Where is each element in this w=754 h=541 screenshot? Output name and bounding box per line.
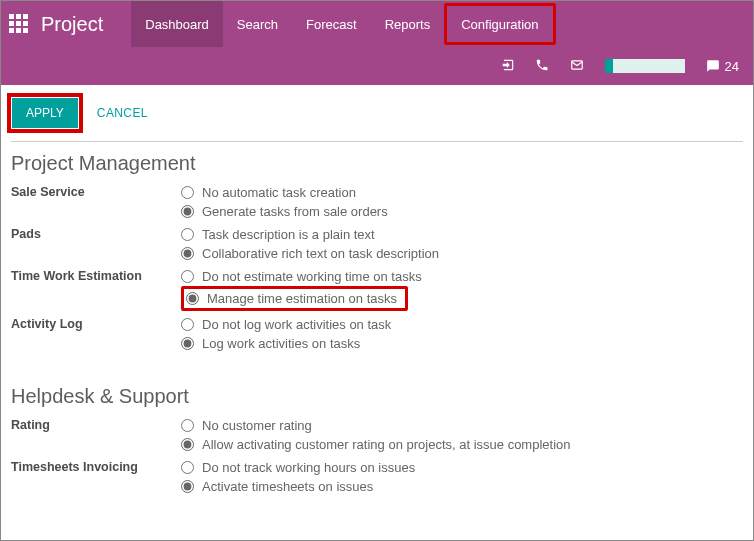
systray: 24 [1, 47, 753, 85]
field-options: Do not track working hours on issuesActi… [181, 458, 743, 496]
radio-input[interactable] [181, 461, 194, 474]
radio-option[interactable]: No automatic task creation [181, 183, 743, 202]
radio-option[interactable]: Task description is a plain text [181, 225, 743, 244]
setting-field: Timesheets InvoicingDo not track working… [11, 458, 743, 496]
radio-input[interactable] [181, 318, 194, 331]
action-bar: APPLY CANCEL [1, 85, 753, 141]
settings-section: Project ManagementSale ServiceNo automat… [1, 148, 753, 381]
setting-field: Sale ServiceNo automatic task creationGe… [11, 183, 743, 221]
radio-label: Allow activating customer rating on proj… [202, 437, 571, 452]
radio-option[interactable]: Manage time estimation on tasks [181, 286, 408, 311]
radio-input[interactable] [181, 247, 194, 260]
radio-option[interactable]: Do not log work activities on task [181, 315, 743, 334]
settings-section: Helpdesk & SupportRatingNo customer rati… [1, 381, 753, 524]
radio-label: No automatic task creation [202, 185, 356, 200]
app-brand[interactable]: Project [41, 13, 103, 36]
user-presence[interactable] [605, 59, 685, 73]
radio-input[interactable] [186, 292, 199, 305]
field-options: No automatic task creationGenerate tasks… [181, 183, 743, 221]
radio-label: Collaborative rich text on task descript… [202, 246, 439, 261]
messages-button[interactable]: 24 [705, 59, 739, 74]
field-options: Do not log work activities on taskLog wo… [181, 315, 743, 353]
field-options: Do not estimate working time on tasksMan… [181, 267, 743, 311]
radio-input[interactable] [181, 337, 194, 350]
section-title: Helpdesk & Support [11, 385, 743, 408]
radio-option[interactable]: Allow activating customer rating on proj… [181, 435, 743, 454]
radio-label: Log work activities on tasks [202, 336, 360, 351]
radio-option[interactable]: No customer rating [181, 416, 743, 435]
radio-option[interactable]: Do not track working hours on issues [181, 458, 743, 477]
mail-icon[interactable] [569, 58, 585, 75]
messages-count: 24 [725, 59, 739, 74]
radio-option[interactable]: Collaborative rich text on task descript… [181, 244, 743, 263]
field-label: Rating [11, 416, 181, 432]
field-label: Sale Service [11, 183, 181, 199]
radio-label: Manage time estimation on tasks [207, 291, 397, 306]
login-icon[interactable] [501, 58, 515, 75]
cancel-button[interactable]: CANCEL [97, 106, 148, 120]
radio-label: Do not estimate working time on tasks [202, 269, 422, 284]
radio-option[interactable]: Generate tasks from sale orders [181, 202, 743, 221]
radio-input[interactable] [181, 419, 194, 432]
radio-option[interactable]: Log work activities on tasks [181, 334, 743, 353]
radio-label: Activate timesheets on issues [202, 479, 373, 494]
apps-icon[interactable] [9, 14, 29, 34]
setting-field: Time Work EstimationDo not estimate work… [11, 267, 743, 311]
radio-input[interactable] [181, 228, 194, 241]
radio-input[interactable] [181, 270, 194, 283]
radio-label: No customer rating [202, 418, 312, 433]
divider [11, 141, 743, 142]
field-label: Time Work Estimation [11, 267, 181, 283]
radio-option[interactable]: Activate timesheets on issues [181, 477, 743, 496]
radio-input[interactable] [181, 480, 194, 493]
setting-field: Activity LogDo not log work activities o… [11, 315, 743, 353]
apply-button[interactable]: APPLY [12, 98, 78, 128]
nav-item-forecast[interactable]: Forecast [292, 1, 371, 47]
radio-label: Do not log work activities on task [202, 317, 391, 332]
radio-label: Task description is a plain text [202, 227, 375, 242]
radio-input[interactable] [181, 438, 194, 451]
phone-icon[interactable] [535, 58, 549, 75]
section-title: Project Management [11, 152, 743, 175]
top-navbar: Project DashboardSearchForecastReportsCo… [1, 1, 753, 47]
radio-label: Generate tasks from sale orders [202, 204, 388, 219]
radio-input[interactable] [181, 186, 194, 199]
setting-field: PadsTask description is a plain textColl… [11, 225, 743, 263]
nav-item-search[interactable]: Search [223, 1, 292, 47]
field-options: Task description is a plain textCollabor… [181, 225, 743, 263]
apply-highlight: APPLY [7, 93, 83, 133]
radio-label: Do not track working hours on issues [202, 460, 415, 475]
content-scroll[interactable]: APPLY CANCEL Project ManagementSale Serv… [1, 85, 753, 541]
radio-input[interactable] [181, 205, 194, 218]
setting-field: RatingNo customer ratingAllow activating… [11, 416, 743, 454]
field-label: Activity Log [11, 315, 181, 331]
main-nav: DashboardSearchForecastReportsConfigurat… [131, 1, 555, 47]
nav-item-configuration[interactable]: Configuration [444, 3, 555, 45]
field-options: No customer ratingAllow activating custo… [181, 416, 743, 454]
nav-item-reports[interactable]: Reports [371, 1, 445, 47]
nav-item-dashboard[interactable]: Dashboard [131, 1, 223, 47]
field-label: Timesheets Invoicing [11, 458, 181, 474]
field-label: Pads [11, 225, 181, 241]
radio-option[interactable]: Do not estimate working time on tasks [181, 267, 743, 286]
